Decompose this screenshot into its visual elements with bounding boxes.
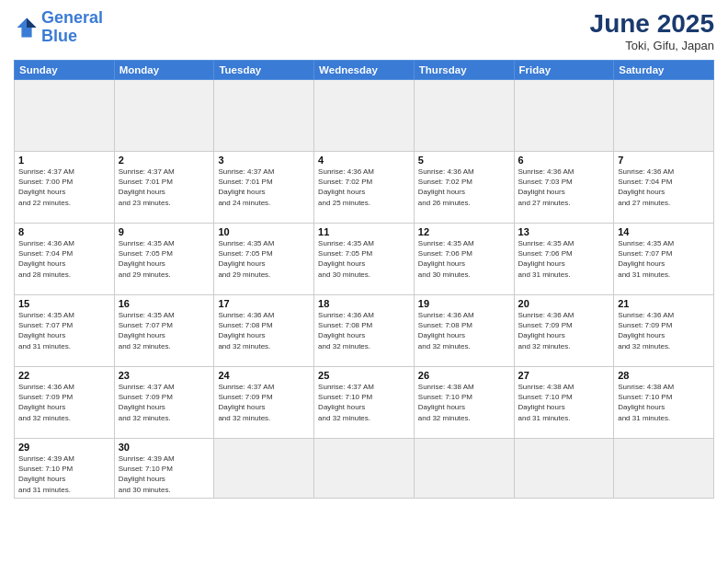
day-of-week-tuesday: Tuesday (214, 61, 314, 80)
day-info: Sunrise: 4:36 AMSunset: 7:08 PMDaylight … (318, 310, 410, 351)
week-row-1: 1Sunrise: 4:37 AMSunset: 7:00 PMDaylight… (15, 152, 714, 224)
day-info: Sunrise: 4:35 AMSunset: 7:07 PMDaylight … (618, 238, 710, 280)
day-cell (514, 439, 614, 499)
day-cell (114, 80, 214, 152)
logo-icon (14, 15, 40, 40)
day-info: Sunrise: 4:37 AMSunset: 7:01 PMDaylight … (218, 167, 310, 208)
day-number: 11 (318, 226, 410, 237)
week-row-2: 8Sunrise: 4:36 AMSunset: 7:04 PMDaylight… (15, 224, 714, 295)
logo: General Blue (14, 9, 103, 46)
day-number: 18 (318, 298, 410, 309)
day-number: 26 (418, 370, 510, 381)
day-number: 21 (618, 298, 710, 309)
day-info: Sunrise: 4:35 AMSunset: 7:07 PMDaylight … (18, 310, 110, 351)
day-info: Sunrise: 4:38 AMSunset: 7:10 PMDaylight … (618, 382, 710, 423)
day-cell: 25Sunrise: 4:37 AMSunset: 7:10 PMDayligh… (314, 367, 415, 439)
day-number: 28 (618, 370, 710, 381)
day-cell: 17Sunrise: 4:36 AMSunset: 7:08 PMDayligh… (214, 295, 314, 367)
day-info: Sunrise: 4:36 AMSunset: 7:04 PMDaylight … (618, 167, 710, 208)
day-info: Sunrise: 4:37 AMSunset: 7:10 PMDaylight … (318, 382, 410, 423)
day-cell: 1Sunrise: 4:37 AMSunset: 7:00 PMDaylight… (15, 152, 115, 224)
calendar-subtitle: Toki, Gifu, Japan (590, 39, 714, 52)
day-cell: 27Sunrise: 4:38 AMSunset: 7:10 PMDayligh… (514, 367, 614, 439)
day-cell (214, 439, 314, 499)
day-cell: 2Sunrise: 4:37 AMSunset: 7:01 PMDaylight… (114, 152, 214, 224)
day-info: Sunrise: 4:36 AMSunset: 7:03 PMDaylight … (518, 167, 610, 208)
day-cell: 10Sunrise: 4:35 AMSunset: 7:05 PMDayligh… (214, 224, 314, 295)
day-cell: 26Sunrise: 4:38 AMSunset: 7:10 PMDayligh… (414, 367, 514, 439)
page: General Blue June 2025 Toki, Gifu, Japan… (0, 0, 728, 563)
day-cell: 3Sunrise: 4:37 AMSunset: 7:01 PMDaylight… (214, 152, 314, 224)
day-cell: 5Sunrise: 4:36 AMSunset: 7:02 PMDaylight… (414, 152, 514, 224)
calendar-table: SundayMondayTuesdayWednesdayThursdayFrid… (14, 60, 714, 499)
day-info: Sunrise: 4:36 AMSunset: 7:09 PMDaylight … (18, 382, 110, 423)
week-row-0 (15, 80, 714, 152)
day-cell (314, 439, 415, 499)
day-cell: 19Sunrise: 4:36 AMSunset: 7:08 PMDayligh… (414, 295, 514, 367)
week-row-5: 29Sunrise: 4:39 AMSunset: 7:10 PMDayligh… (15, 439, 714, 499)
day-number: 30 (119, 442, 210, 453)
day-cell: 18Sunrise: 4:36 AMSunset: 7:08 PMDayligh… (314, 295, 415, 367)
day-cell: 30Sunrise: 4:39 AMSunset: 7:10 PMDayligh… (114, 439, 214, 499)
header-row: SundayMondayTuesdayWednesdayThursdayFrid… (15, 61, 714, 80)
day-info: Sunrise: 4:35 AMSunset: 7:06 PMDaylight … (418, 238, 510, 280)
day-cell: 12Sunrise: 4:35 AMSunset: 7:06 PMDayligh… (414, 224, 514, 295)
day-cell: 6Sunrise: 4:36 AMSunset: 7:03 PMDaylight… (514, 152, 614, 224)
day-of-week-friday: Friday (514, 61, 614, 80)
day-number: 29 (18, 442, 110, 453)
day-cell: 22Sunrise: 4:36 AMSunset: 7:09 PMDayligh… (15, 367, 115, 439)
day-cell: 16Sunrise: 4:35 AMSunset: 7:07 PMDayligh… (114, 295, 214, 367)
day-number: 4 (318, 155, 410, 166)
day-number: 1 (18, 155, 110, 166)
day-number: 25 (318, 370, 410, 381)
day-cell (614, 80, 714, 152)
day-cell: 29Sunrise: 4:39 AMSunset: 7:10 PMDayligh… (15, 439, 115, 499)
day-info: Sunrise: 4:38 AMSunset: 7:10 PMDaylight … (518, 382, 610, 423)
day-cell: 15Sunrise: 4:35 AMSunset: 7:07 PMDayligh… (15, 295, 115, 367)
day-info: Sunrise: 4:35 AMSunset: 7:05 PMDaylight … (119, 238, 210, 280)
day-cell: 21Sunrise: 4:36 AMSunset: 7:09 PMDayligh… (614, 295, 714, 367)
day-number: 12 (418, 226, 510, 237)
day-cell: 9Sunrise: 4:35 AMSunset: 7:05 PMDaylight… (114, 224, 214, 295)
day-cell (614, 439, 714, 499)
logo-text: General Blue (41, 9, 103, 46)
day-number: 14 (618, 226, 710, 237)
day-number: 10 (218, 226, 310, 237)
calendar-title: June 2025 (590, 9, 714, 39)
title-block: June 2025 Toki, Gifu, Japan (590, 9, 714, 52)
week-row-4: 22Sunrise: 4:36 AMSunset: 7:09 PMDayligh… (15, 367, 714, 439)
day-cell (414, 80, 514, 152)
day-info: Sunrise: 4:36 AMSunset: 7:02 PMDaylight … (318, 167, 410, 208)
day-of-week-thursday: Thursday (414, 61, 514, 80)
day-info: Sunrise: 4:35 AMSunset: 7:07 PMDaylight … (119, 310, 210, 351)
day-cell: 28Sunrise: 4:38 AMSunset: 7:10 PMDayligh… (614, 367, 714, 439)
day-number: 3 (218, 155, 310, 166)
day-info: Sunrise: 4:36 AMSunset: 7:09 PMDaylight … (618, 310, 710, 351)
day-cell (314, 80, 415, 152)
day-info: Sunrise: 4:36 AMSunset: 7:08 PMDaylight … (218, 310, 310, 351)
day-of-week-saturday: Saturday (614, 61, 714, 80)
day-of-week-monday: Monday (114, 61, 214, 80)
day-info: Sunrise: 4:37 AMSunset: 7:09 PMDaylight … (119, 382, 210, 423)
day-number: 20 (518, 298, 610, 309)
day-info: Sunrise: 4:37 AMSunset: 7:09 PMDaylight … (218, 382, 310, 423)
day-number: 5 (418, 155, 510, 166)
day-of-week-wednesday: Wednesday (314, 61, 415, 80)
day-number: 7 (618, 155, 710, 166)
day-number: 16 (119, 298, 210, 309)
day-number: 9 (119, 226, 210, 237)
day-info: Sunrise: 4:36 AMSunset: 7:09 PMDaylight … (518, 310, 610, 351)
week-row-3: 15Sunrise: 4:35 AMSunset: 7:07 PMDayligh… (15, 295, 714, 367)
svg-marker-1 (27, 17, 37, 28)
day-cell (15, 80, 115, 152)
day-cell: 24Sunrise: 4:37 AMSunset: 7:09 PMDayligh… (214, 367, 314, 439)
day-number: 17 (218, 298, 310, 309)
day-number: 6 (518, 155, 610, 166)
day-cell: 4Sunrise: 4:36 AMSunset: 7:02 PMDaylight… (314, 152, 415, 224)
day-cell: 8Sunrise: 4:36 AMSunset: 7:04 PMDaylight… (15, 224, 115, 295)
day-cell: 20Sunrise: 4:36 AMSunset: 7:09 PMDayligh… (514, 295, 614, 367)
day-number: 13 (518, 226, 610, 237)
day-number: 8 (18, 226, 110, 237)
day-cell: 14Sunrise: 4:35 AMSunset: 7:07 PMDayligh… (614, 224, 714, 295)
day-info: Sunrise: 4:38 AMSunset: 7:10 PMDaylight … (418, 382, 510, 423)
